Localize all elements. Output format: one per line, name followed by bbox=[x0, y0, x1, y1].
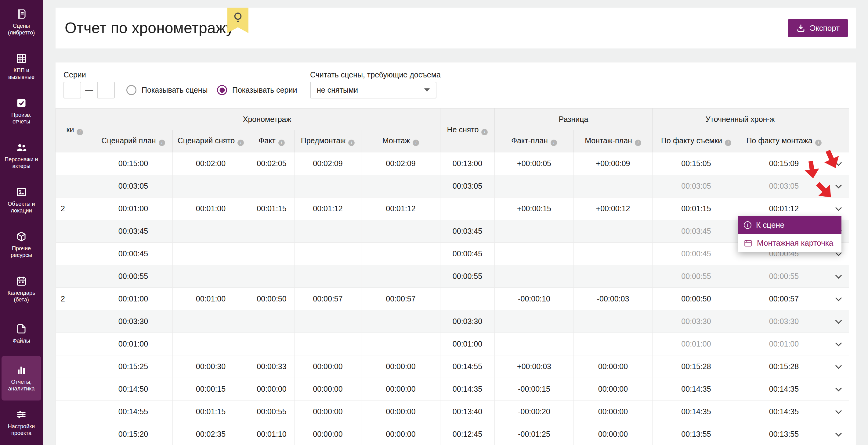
cell-fact: 00:01:15 bbox=[249, 198, 294, 220]
info-icon[interactable]: i bbox=[159, 140, 165, 146]
cell-actions bbox=[828, 401, 849, 423]
cell-by-shooting: 00:03:30 bbox=[653, 310, 740, 333]
info-icon[interactable]: i bbox=[551, 140, 557, 146]
info-icon[interactable]: i bbox=[815, 140, 822, 146]
sidebar-item-label: Настройки проекта bbox=[2, 423, 41, 437]
row-expand-button[interactable] bbox=[828, 265, 849, 287]
cell-not-shot: 00:03:30 bbox=[440, 310, 495, 333]
info-icon: i bbox=[744, 221, 751, 229]
cell-takes bbox=[56, 423, 94, 445]
cell-fact-plan bbox=[495, 310, 574, 333]
info-icon[interactable]: i bbox=[278, 140, 285, 146]
show-scenes-label: Показывать сцены bbox=[142, 85, 208, 95]
sidebar-item-locations[interactable]: Объекты и локации bbox=[2, 178, 41, 222]
cell-montage: 00:00:57 bbox=[361, 288, 440, 310]
cell-fact-plan bbox=[495, 265, 574, 288]
cell-takes bbox=[56, 401, 94, 423]
cell-takes bbox=[56, 378, 94, 401]
table-row: 00:15:20 00:02:35 00:01:10 00:00:00 00:0… bbox=[56, 423, 849, 445]
cell-actions bbox=[828, 355, 849, 378]
cell-premontage: 00:00:00 bbox=[294, 355, 361, 378]
cell-fact-plan: -00:01:25 bbox=[495, 423, 574, 445]
sidebar-item-characters[interactable]: Персонажи и актеры bbox=[2, 134, 41, 178]
sidebar-item-scenes[interactable]: Сцены (либретто) bbox=[2, 0, 41, 44]
radio-checked-icon[interactable] bbox=[217, 85, 227, 95]
sidebar-item-settings[interactable]: Настройки проекта bbox=[2, 401, 41, 445]
cell-by-shooting: 00:03:05 bbox=[653, 175, 740, 198]
cell-by-montage: 00:00:57 bbox=[740, 288, 828, 310]
cell-actions bbox=[828, 378, 849, 401]
cell-fact bbox=[249, 243, 294, 265]
menu-item-montage-card[interactable]: Монтажная карточка bbox=[738, 234, 841, 252]
reshoot-select[interactable]: не снятыми bbox=[310, 82, 436, 98]
table-row: 00:00:45 00:00:45 00:00:45 00:00:45 bbox=[56, 243, 849, 265]
row-expand-button[interactable] bbox=[828, 152, 849, 175]
info-icon[interactable]: i bbox=[481, 129, 488, 135]
sidebar-item-label: Произв. отчеты bbox=[2, 111, 41, 125]
chevron-down-icon bbox=[835, 182, 841, 189]
sidebar-item-kpp[interactable]: КПП и вызывные bbox=[2, 44, 41, 89]
cell-by-montage: 00:14:35 bbox=[740, 378, 828, 401]
info-icon[interactable]: i bbox=[238, 140, 244, 146]
sidebar: Сцены (либретто) КПП и вызывные Произв. … bbox=[0, 0, 43, 445]
info-icon[interactable]: i bbox=[348, 140, 355, 146]
sidebar-item-label: Отчеты, аналитика bbox=[2, 379, 41, 392]
cell-script-shot: 00:00:30 bbox=[173, 355, 249, 378]
info-icon[interactable]: i bbox=[635, 140, 641, 146]
hint-bookmark-icon[interactable] bbox=[227, 8, 248, 33]
sidebar-item-files[interactable]: Файлы bbox=[2, 311, 41, 356]
row-expand-button[interactable] bbox=[828, 378, 849, 400]
series-range: — bbox=[63, 82, 115, 98]
cell-premontage: 00:00:00 bbox=[294, 423, 361, 445]
timing-report-page: Сцены (либретто) КПП и вызывные Произв. … bbox=[0, 0, 868, 445]
row-expand-button[interactable] bbox=[828, 401, 849, 423]
cell-montage: 00:00:00 bbox=[361, 423, 440, 445]
reports-icon bbox=[16, 98, 27, 108]
cell-by-montage: 00:00:55 bbox=[740, 265, 828, 288]
menu-item-to-scene[interactable]: i К сцене bbox=[738, 216, 841, 234]
resources-icon bbox=[16, 231, 27, 242]
cell-script-shot bbox=[173, 243, 249, 265]
row-expand-button[interactable] bbox=[828, 423, 849, 445]
cell-by-shooting: 00:00:55 bbox=[653, 265, 740, 288]
row-expand-button[interactable] bbox=[828, 175, 849, 197]
settings-icon bbox=[16, 409, 27, 420]
kpp-icon bbox=[16, 53, 27, 64]
info-icon[interactable]: i bbox=[413, 140, 419, 146]
series-from-input[interactable] bbox=[63, 82, 81, 98]
cell-by-shooting: 00:00:45 bbox=[653, 243, 740, 265]
row-expand-button[interactable] bbox=[828, 333, 849, 355]
analytics-icon bbox=[16, 365, 27, 376]
export-button[interactable]: Экспорт bbox=[788, 19, 848, 37]
sidebar-item-calendar[interactable]: Календарь (бета) bbox=[2, 267, 41, 311]
sidebar-item-analytics[interactable]: Отчеты, аналитика bbox=[2, 356, 41, 401]
reshoot-filter-label: Считать сцены, требующие досъема bbox=[310, 70, 441, 79]
col-header-by-montage: По факту монтажаi bbox=[740, 130, 828, 152]
sidebar-item-reports[interactable]: Произв. отчеты bbox=[2, 89, 41, 134]
cell-script-shot bbox=[173, 220, 249, 243]
show-series-radio[interactable]: Показывать серии bbox=[217, 82, 297, 98]
cell-fact-plan: -00:00:10 bbox=[495, 288, 574, 310]
cell-takes bbox=[56, 152, 94, 175]
sidebar-item-resources[interactable]: Прочие ресурсы bbox=[2, 222, 41, 267]
row-expand-button[interactable] bbox=[828, 355, 849, 378]
series-filter-label: Серии bbox=[63, 70, 86, 79]
info-icon[interactable]: i bbox=[76, 129, 83, 135]
characters-icon bbox=[16, 142, 27, 153]
row-expand-button[interactable] bbox=[828, 288, 849, 310]
table-row: 00:15:25 00:00:30 00:00:33 00:00:00 00:0… bbox=[56, 355, 849, 378]
chevron-down-icon bbox=[835, 160, 841, 166]
cell-montage-plan: +00:00:12 bbox=[574, 198, 653, 220]
group-header-diff: Разница bbox=[495, 108, 653, 130]
radio-unchecked-icon[interactable] bbox=[126, 85, 136, 95]
cell-fact bbox=[249, 175, 294, 198]
series-to-input[interactable] bbox=[97, 82, 115, 98]
sidebar-item-label: Персонажи и актеры bbox=[2, 156, 41, 170]
row-expand-button[interactable] bbox=[828, 310, 849, 333]
cell-premontage bbox=[294, 175, 361, 198]
info-icon[interactable]: i bbox=[725, 140, 731, 146]
cell-not-shot bbox=[440, 198, 495, 220]
sidebar-item-label: Объекты и локации bbox=[2, 201, 41, 214]
cell-fact: 00:00:50 bbox=[249, 288, 294, 310]
show-scenes-radio[interactable]: Показывать сцены bbox=[126, 82, 208, 98]
